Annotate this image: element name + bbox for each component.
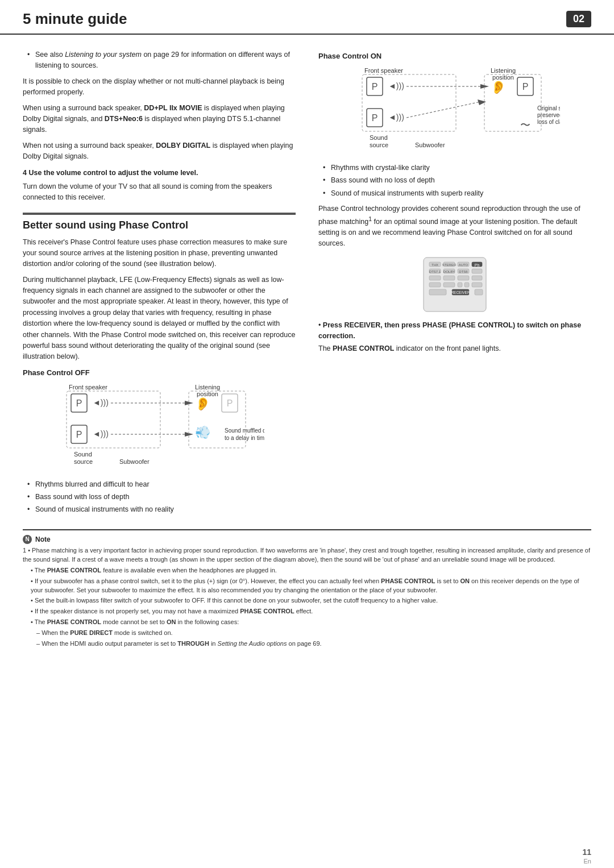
svg-rect-59 bbox=[429, 276, 441, 280]
phase-off-heading: Phase Control OFF bbox=[23, 368, 296, 377]
svg-rect-61 bbox=[458, 276, 469, 280]
phase-off-bullet-3: Sound of musical instruments with no rea… bbox=[27, 504, 296, 515]
svg-text:P: P bbox=[76, 398, 82, 408]
svg-text:Listening: Listening bbox=[491, 67, 516, 74]
svg-text:Original sound: Original sound bbox=[537, 105, 560, 111]
svg-text:Front speaker: Front speaker bbox=[69, 384, 107, 391]
phase-control-para: Phase Control technology provides cohere… bbox=[318, 203, 591, 250]
press-instruction: • Press RECEIVER, then press PHASE (PHAS… bbox=[318, 320, 591, 342]
note-item-2: • The PHASE CONTROL feature is available… bbox=[23, 566, 591, 575]
svg-text:Sound: Sound bbox=[74, 451, 92, 458]
svg-text:P: P bbox=[372, 113, 378, 123]
page-lang: En bbox=[584, 858, 591, 865]
svg-text:DTS7.1: DTS7.1 bbox=[429, 270, 441, 273]
section-heading: Better sound using Phase Control bbox=[23, 213, 296, 231]
note-item-5: • If the speaker distance is not properl… bbox=[23, 607, 591, 616]
note-label: Note bbox=[35, 535, 51, 543]
note-item-8: – When the HDMI audio output parameter i… bbox=[23, 639, 591, 649]
note-section: N Note 1 • Phase matching is a very impo… bbox=[23, 529, 591, 649]
svg-text:Sound muffled due: Sound muffled due bbox=[225, 427, 264, 434]
svg-text:THX: THX bbox=[432, 263, 438, 267]
phase-on-heading: Phase Control ON bbox=[318, 52, 591, 60]
svg-text:💨: 💨 bbox=[195, 425, 211, 440]
note-item-7: – When the PURE DIRECT mode is switched … bbox=[23, 629, 591, 638]
svg-text:STEREO: STEREO bbox=[442, 263, 457, 267]
svg-rect-65 bbox=[458, 283, 462, 287]
svg-text:to a delay in time: to a delay in time bbox=[225, 435, 264, 441]
intro-bullet-1: See also Listening to your system on pag… bbox=[27, 49, 296, 72]
note-item-3: • If your subwoofer has a phase control … bbox=[23, 577, 591, 595]
svg-text:DTS6: DTS6 bbox=[459, 270, 468, 273]
note-item-1: 1 • Phase matching is a very important f… bbox=[23, 546, 591, 564]
phase-off-bullet-2: Bass sound with loss of depth bbox=[27, 492, 296, 502]
svg-line-45 bbox=[406, 102, 480, 118]
main-content: See also Listening to your system on pag… bbox=[0, 35, 614, 520]
svg-text:preserved with no: preserved with no bbox=[537, 112, 560, 118]
svg-text:Subwoofer: Subwoofer bbox=[119, 458, 150, 465]
svg-text:RECEIVER: RECEIVER bbox=[451, 290, 470, 294]
svg-rect-67 bbox=[472, 283, 482, 287]
svg-text:loss of clarity: loss of clarity bbox=[537, 119, 560, 125]
right-column: Phase Control ON Front speaker Listening… bbox=[313, 46, 591, 520]
svg-text:P: P bbox=[76, 430, 82, 439]
remote-diagram-container: Ph RECEIVER bbox=[318, 256, 591, 313]
para3: When not using a surround back speaker, … bbox=[23, 140, 296, 163]
left-column: See also Listening to your system on pag… bbox=[23, 46, 313, 520]
phase-on-bullets: Rhythms with crystal-like clarity Bass s… bbox=[323, 163, 591, 199]
svg-text:👂: 👂 bbox=[195, 396, 211, 412]
svg-text:Listening: Listening bbox=[195, 384, 220, 391]
svg-marker-46 bbox=[478, 99, 486, 105]
section-para2: During multichannel playback, LFE (Low-F… bbox=[23, 275, 296, 363]
intro-bullets: See also Listening to your system on pag… bbox=[27, 49, 296, 72]
phase-off-bullets: Rhythms blurred and difficult to hear Ba… bbox=[27, 479, 296, 516]
step4-heading: 4 Use the volume control to adjust the v… bbox=[23, 168, 296, 178]
svg-text:👂: 👂 bbox=[491, 80, 507, 95]
svg-text:◄))): ◄))) bbox=[93, 398, 109, 407]
note-header: N Note bbox=[23, 535, 591, 544]
svg-text:source: source bbox=[74, 458, 93, 465]
note-icon: N bbox=[23, 535, 32, 544]
svg-text:◄))): ◄))) bbox=[93, 429, 109, 438]
svg-text:Front speaker: Front speaker bbox=[364, 67, 403, 74]
svg-text:source: source bbox=[370, 142, 388, 148]
svg-rect-63 bbox=[429, 283, 441, 287]
page-title: 5 minute guide bbox=[23, 10, 566, 28]
note-item-6: • The PHASE CONTROL mode cannot be set t… bbox=[23, 618, 591, 627]
page-badge: 02 bbox=[566, 11, 591, 27]
phase-control-indicator: The PHASE CONTROL indicator on the front… bbox=[318, 343, 591, 354]
svg-rect-68 bbox=[429, 289, 446, 295]
svg-text:Subwoofer: Subwoofer bbox=[415, 142, 445, 148]
svg-rect-62 bbox=[472, 276, 482, 280]
phase-off-diagram: Front speaker Listening position P ◄))) … bbox=[23, 383, 296, 474]
phase-on-bullet-3: Sound of musical instruments with superb… bbox=[323, 188, 591, 199]
svg-rect-64 bbox=[443, 283, 455, 287]
svg-text:DOLBY: DOLBY bbox=[443, 270, 455, 273]
svg-text:P: P bbox=[372, 82, 378, 92]
note-item-4: • Set the built-in lowpass filter switch… bbox=[23, 596, 591, 605]
svg-rect-66 bbox=[464, 283, 469, 287]
svg-text:Sound: Sound bbox=[370, 134, 388, 141]
svg-text:AUTO: AUTO bbox=[459, 263, 468, 267]
svg-text:P: P bbox=[522, 82, 529, 92]
svg-rect-58 bbox=[472, 269, 482, 273]
phase-on-bullet-2: Bass sound with no loss of depth bbox=[323, 175, 591, 186]
svg-rect-60 bbox=[443, 276, 455, 280]
page-number: 11 bbox=[582, 848, 591, 857]
page-container: 5 minute guide 02 See also Listening to … bbox=[0, 0, 614, 868]
svg-text:◄))): ◄))) bbox=[388, 81, 404, 90]
svg-text:◄))): ◄))) bbox=[388, 113, 404, 122]
para2: When using a surround back speaker, DD+P… bbox=[23, 103, 296, 136]
phase-off-bullet-1: Rhythms blurred and difficult to hear bbox=[27, 479, 296, 490]
para1: It is possible to check on the display w… bbox=[23, 76, 296, 98]
svg-text:〜: 〜 bbox=[520, 119, 530, 131]
step4-body: Turn down the volume of your TV so that … bbox=[23, 181, 296, 203]
section-para1: This receiver's Phase Control feature us… bbox=[23, 237, 296, 270]
remote-svg: Ph RECEIVER bbox=[421, 256, 489, 313]
phase-on-bullet-1: Rhythms with crystal-like clarity bbox=[323, 163, 591, 173]
svg-rect-71 bbox=[475, 289, 483, 295]
phase-on-diagram: Front speaker Listening position P ◄))) … bbox=[318, 66, 591, 157]
svg-text:Ph: Ph bbox=[475, 263, 480, 267]
header-bar: 5 minute guide 02 bbox=[0, 0, 614, 35]
svg-text:P: P bbox=[227, 398, 233, 408]
